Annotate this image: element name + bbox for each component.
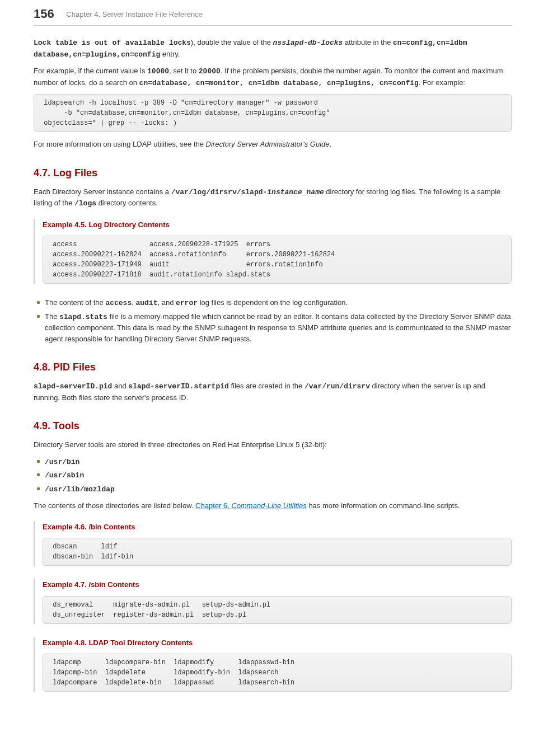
text: For example, if the current value is (34, 67, 147, 75)
dir-usr-sbin: /usr/sbin (45, 471, 84, 480)
text: file is a memory-mapped file which canno… (45, 312, 511, 343)
text: has more information on command-line scr… (307, 501, 460, 510)
page-number: 156 (34, 7, 54, 21)
page-header: 156 Chapter 4. Server Instance File Refe… (34, 0, 512, 26)
value-10000: 10000 (147, 67, 169, 76)
dir-usr-bin: /usr/bin (45, 458, 79, 466)
text: The content of the (45, 298, 105, 307)
example-4-8: Example 4.8. LDAP Tool Directory Content… (34, 637, 512, 692)
tools-dirs-list: /usr/bin /usr/sbin /usr/lib/mozldap (34, 456, 512, 495)
pid-file-2: slapd-serverID.startpid (128, 382, 228, 391)
code-ldapsearch: ldapsearch -h localhost -p 389 -D "cn=di… (34, 94, 512, 132)
text: ), double the value of the (191, 38, 273, 46)
slapd-stats-name: slapd.stats (59, 313, 107, 321)
link-text-b: Command-Line Utilities (231, 501, 306, 510)
code-log-listing: access access.20090228-171925 errors acc… (43, 236, 512, 284)
example-4-7: Example 4.7. /sbin Contents ds_removal m… (34, 579, 512, 624)
section-pid-files-heading: 4.8. PID Files (34, 360, 512, 375)
log-files-p1: Each Directory Server instance contains … (34, 186, 512, 209)
text: . For example: (419, 78, 465, 87)
attr-name: nsslapd-db-locks (273, 39, 343, 47)
example-title: Example 4.7. /sbin Contents (43, 579, 512, 590)
log-path-a: /var/log/dirsrv/slapd- (171, 188, 268, 196)
code-sbin-contents: ds_removal migrate-ds-admin.pl setup-ds-… (43, 596, 512, 624)
section-log-files-heading: 4.7. Log Files (34, 166, 512, 181)
error-name: error (176, 299, 198, 307)
link-text-a: Chapter 6, (195, 501, 231, 510)
text: The (45, 312, 59, 321)
dir-usr-lib-mozldap: /usr/lib/mozldap (45, 485, 115, 494)
example-4-6: Example 4.6. /bin Contents dbscan ldif d… (34, 522, 512, 566)
text: , and (157, 298, 176, 307)
list-item: The content of the access, audit, and er… (37, 297, 512, 309)
section-tools-heading: 4.9. Tools (34, 419, 512, 434)
tools-p2: The contents of those directories are li… (34, 500, 512, 511)
page-content: Lock table is out of available locks), d… (34, 37, 512, 692)
log-path-b: instance_name (267, 188, 324, 196)
list-item: The slapd.stats file is a memory-mapped … (37, 311, 512, 345)
intro-paragraph-2: For example, if the current value is 100… (34, 65, 512, 88)
value-20000: 20000 (199, 67, 221, 76)
text: For more information on using LDAP utili… (34, 140, 206, 148)
text: and (112, 382, 128, 390)
code-bin-contents: dbscan ldif dbscan-bin ldif-bin (43, 538, 512, 566)
text: attribute in the (343, 38, 393, 46)
example-title: Example 4.6. /bin Contents (43, 522, 512, 533)
lock-error-text: Lock table is out of available locks (34, 39, 191, 47)
text: The contents of those directories are li… (34, 501, 195, 510)
text: entry. (160, 50, 180, 58)
text: files are created in the (229, 382, 305, 390)
audit-name: audit (135, 299, 157, 307)
pid-dir: /var/run/dirsrv (305, 382, 370, 391)
text: log files is dependent on the log config… (198, 298, 348, 307)
list-item: /usr/sbin (37, 469, 512, 481)
text: directory contents. (96, 199, 158, 207)
text: , set it to (169, 67, 199, 75)
tools-p1: Directory Server tools are stored in thr… (34, 439, 512, 450)
code-ldap-tools: ldapcmp ldapcompare-bin ldapmodify ldapp… (43, 654, 512, 692)
chapter-label: Chapter 4. Server Instance File Referenc… (66, 10, 203, 18)
list-item: /usr/lib/mozldap (37, 483, 512, 495)
access-name: access (105, 299, 132, 307)
example-title: Example 4.5. Log Directory Contents (43, 219, 512, 231)
logs-dir: /logs (74, 199, 96, 208)
pid-files-p1: slapd-serverID.pid and slapd-serverID.st… (34, 381, 512, 403)
dn-text-2: cn=database, cn=monitor, cn=ldbm databas… (139, 79, 419, 87)
example-4-5: Example 4.5. Log Directory Contents acce… (34, 219, 512, 284)
list-item: /usr/bin (37, 456, 512, 468)
pid-file-1: slapd-serverID.pid (34, 382, 112, 391)
text: Each Directory Server instance contains … (34, 187, 171, 196)
guide-title: Directory Server Administrator's Guide (206, 140, 330, 148)
link-chapter-6[interactable]: Chapter 6, Command-Line Utilities (195, 501, 307, 510)
log-notes-list: The content of the access, audit, and er… (34, 297, 512, 344)
text: . (329, 140, 331, 148)
example-title: Example 4.8. LDAP Tool Directory Content… (43, 637, 512, 649)
intro-paragraph-1: Lock table is out of available locks), d… (34, 37, 512, 60)
intro-paragraph-3: For more information on using LDAP utili… (34, 139, 512, 150)
